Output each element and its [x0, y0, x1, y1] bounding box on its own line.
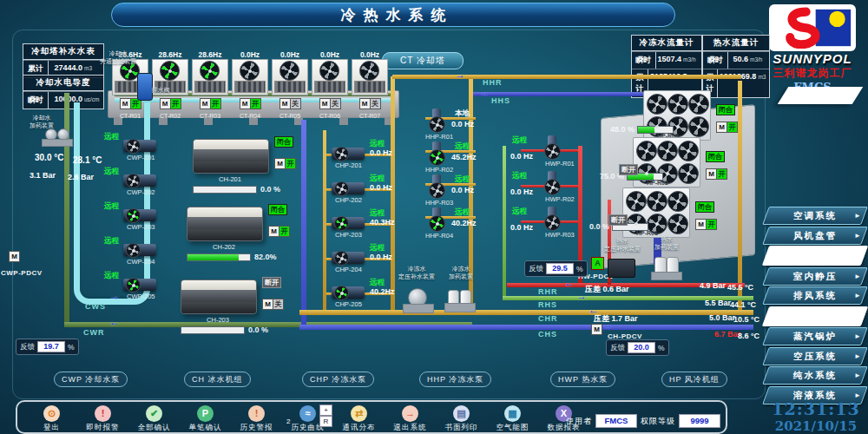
trend-plus-key[interactable]: + — [319, 404, 332, 416]
chiller[interactable]: 断开 M关 CH-203 0.0 % — [181, 279, 311, 334]
pump-graphic — [332, 286, 365, 299]
chiller[interactable]: 闭合 M开 CH-202 82.0% — [187, 207, 317, 261]
valve-state[interactable]: M关 — [279, 98, 301, 109]
menu-button[interactable]: 风机盘管 ► — [762, 227, 868, 245]
pump[interactable]: 远程 0.0 Hz HHP-R03 — [422, 172, 509, 205]
control-mode: 远程 — [455, 141, 470, 152]
pump[interactable]: 远程 CWP-201 — [102, 130, 189, 165]
fan-icon — [319, 61, 339, 81]
valve-state[interactable]: M开 — [268, 226, 290, 237]
pump[interactable]: 远程 CWP-203 — [102, 200, 189, 234]
arrow-icon: ► — [854, 287, 861, 304]
hw-makeup-unit — [608, 259, 635, 278]
pump[interactable]: 远程 CWP-202 — [102, 165, 189, 200]
menu-button[interactable]: 室内静压 ► — [762, 267, 868, 286]
pump[interactable]: 远程 0.0 Hz HWP-R03 — [509, 203, 600, 239]
menu-button[interactable]: 蒸汽锅炉 ► — [762, 327, 868, 345]
hp-unit[interactable]: HP-R01 0.0 % 闭合 M开 断开 — [622, 187, 690, 238]
cooling-tower[interactable]: 28.6Hz M开 CT-R03 — [191, 50, 229, 119]
menu-button[interactable]: 排风系统 ► — [762, 286, 868, 305]
toolbar-button[interactable]: ✔ 全部确认 — [128, 405, 180, 432]
feedback-value[interactable]: 19.7 — [37, 341, 65, 352]
icon-glyph: ✔ — [150, 408, 158, 418]
valve-state[interactable]: M关 — [319, 98, 341, 109]
chilled-water-flow-meter: 冷冻水流量计 瞬时 1507.4 m3/h 累计 8135416.5 m3 — [631, 35, 702, 98]
valve-state[interactable]: M开 — [274, 158, 296, 169]
cooling-tower[interactable]: 0.0Hz M关 CT-R06 — [311, 50, 349, 119]
valve-state[interactable]: M关 — [359, 98, 381, 109]
valve-state[interactable]: M开 — [716, 122, 738, 133]
equipment-name: CT-R06 — [311, 113, 349, 119]
toolbar-button[interactable]: ▦ 空气能图 — [487, 405, 538, 432]
toolbar-button[interactable]: → 退出系统 — [385, 405, 436, 432]
trend-r-key[interactable]: R — [319, 416, 332, 427]
pump-graphic — [123, 244, 156, 256]
pump[interactable]: 远程 0.0 Hz HWP-R02 — [509, 168, 600, 203]
toolbar-button[interactable]: ! 即时报警 — [77, 405, 128, 432]
louver — [274, 81, 306, 93]
meter-title: 冷冻水流量计 — [632, 36, 701, 51]
cwp-pdcv-valve-icon[interactable]: M — [9, 251, 20, 262]
toolbar-button-label: 即时报警 — [77, 423, 128, 433]
pipe-label-hhs: HHS — [491, 96, 510, 105]
cooling-tower[interactable]: 0.0Hz M开 CT-R04 — [231, 50, 269, 119]
menu-button[interactable]: 空压系统 ► — [762, 347, 868, 365]
cooling-tower[interactable]: 0.0Hz M关 CT-R07 — [351, 50, 389, 119]
cooling-tower[interactable]: 28.6Hz M开 CT-R02 — [151, 50, 189, 119]
chiller-graphic — [193, 139, 269, 174]
icon-glyph: ! — [102, 408, 105, 418]
hp-valve-states: 闭合 M开 — [716, 104, 738, 133]
ct-area-label[interactable]: CT 冷却塔 — [382, 52, 464, 69]
menu-button[interactable]: ► — [762, 246, 868, 266]
valve-state[interactable]: M开 — [695, 219, 717, 230]
menu-button[interactable]: 纯水系统 ► — [762, 366, 868, 385]
pipe-label-rhr: RHR — [538, 287, 558, 296]
equipment-name: HHP-R04 — [425, 232, 453, 240]
hp-unit[interactable]: HP-R02 75.0 % 闭合 M开 断开 — [633, 137, 700, 187]
arrow-icon: ► — [854, 268, 861, 285]
menu-button[interactable]: 空调系统 ► — [762, 207, 868, 225]
valve-state[interactable]: M关 — [262, 299, 284, 310]
fan-icon — [240, 61, 260, 81]
pump[interactable]: 远程 45.2Hz HHP-R02 — [422, 139, 509, 172]
chiller[interactable]: 闭合 M开 CH-201 0.0 % — [193, 139, 323, 194]
valve-state[interactable]: M开 — [240, 98, 261, 109]
right-gold-riser — [738, 81, 742, 313]
valve-open-state: 关 — [371, 98, 381, 109]
pump[interactable]: 远程 0.0 Hz CHP-202 — [326, 172, 418, 207]
ch-pdcv-valve-icon[interactable]: M — [591, 324, 602, 335]
permission-value-input[interactable]: 9999 — [679, 414, 720, 428]
toolbar-button-label: 书面列印 — [436, 423, 487, 433]
pump[interactable]: 本地 0.0 Hz HHP-R01 — [422, 106, 509, 139]
pump[interactable]: 远程 CWP-205 — [102, 269, 189, 304]
pump[interactable]: 远程 40.2Hz HHP-R04 — [422, 205, 509, 238]
valve-state[interactable]: M开 — [200, 98, 221, 109]
equipment-name: CH-202 — [187, 243, 261, 251]
valve-state[interactable]: M开 — [706, 168, 727, 180]
cwr-pressure: 2.6 Bar — [68, 173, 94, 181]
chiller-graphic — [187, 207, 263, 241]
cooling-tower-graphic — [272, 59, 308, 95]
fan-icon — [200, 61, 220, 81]
hp-unit[interactable]: HP-R03 48.0 % 闭合 M开 — [643, 90, 711, 141]
auto-mode-badge[interactable]: A — [591, 257, 604, 270]
feedback-value[interactable]: 29.5 — [546, 263, 574, 274]
pipe-label-chr: CHR — [538, 314, 558, 323]
pump[interactable]: 远程 0.0 Hz CHP-201 — [326, 137, 418, 172]
feedback-label: 反馈 — [529, 264, 543, 274]
user-value-input[interactable]: FMCS — [595, 414, 637, 428]
pump[interactable]: 远程 40.3Hz CHP-203 — [326, 207, 418, 241]
valve-state[interactable]: M开 — [160, 98, 181, 109]
toolbar-button[interactable]: ▤ 书面列印 — [436, 405, 487, 432]
cooling-tower[interactable]: 0.0Hz M关 CT-R05 — [271, 50, 309, 119]
feedback-value[interactable]: 20.0 — [628, 342, 655, 353]
toolbar-button[interactable]: ! 历史警报 — [231, 405, 282, 432]
pump[interactable]: 远程 0.0 Hz HWP-R01 — [509, 132, 600, 168]
toolbar-button[interactable]: ⇄ 通讯分布 — [333, 405, 385, 432]
sunnypol-logo — [769, 4, 856, 51]
toolbar-button[interactable]: P 单笔确认 — [180, 405, 231, 432]
pump[interactable]: 远程 CWP-204 — [102, 234, 189, 269]
menu-button[interactable]: ► — [762, 306, 868, 326]
icon-glyph: ⊙ — [48, 408, 56, 418]
toolbar-button[interactable]: ⊙ 登出 — [26, 405, 77, 432]
